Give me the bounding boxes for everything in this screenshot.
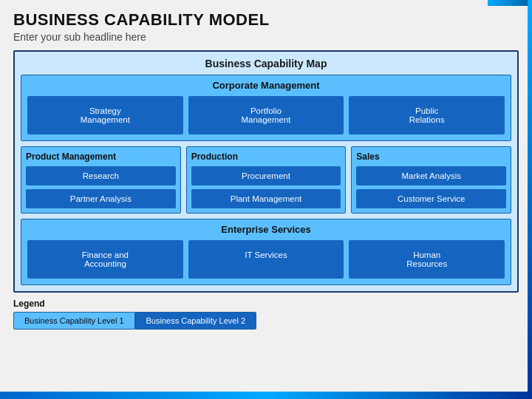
capability-item-finance: Finance andAccounting bbox=[27, 240, 183, 279]
capability-item-research: Research bbox=[26, 166, 176, 185]
enterprise-grid: Finance andAccounting IT Services HumanR… bbox=[27, 240, 505, 279]
middle-row: Product Management Research Partner Anal… bbox=[21, 146, 511, 214]
legend-level-1: Business Capability Level 1 bbox=[13, 312, 135, 330]
capability-item-procurement: Procurement bbox=[191, 166, 341, 185]
capability-item-human-resources: HumanResources bbox=[349, 240, 505, 279]
product-management-title: Product Management bbox=[26, 151, 176, 162]
product-management-col: Product Management Research Partner Anal… bbox=[21, 146, 181, 214]
page: BUSINESS CAPABILITY MODEL Enter your sub… bbox=[0, 0, 532, 399]
capability-item-portfolio: PortfolioManagement bbox=[188, 96, 344, 134]
header: BUSINESS CAPABILITY MODEL Enter your sub… bbox=[0, 0, 532, 47]
capability-item-market-analysis: Market Analysis bbox=[356, 166, 506, 185]
right-accent bbox=[528, 0, 532, 399]
legend: Legend Business Capability Level 1 Busin… bbox=[13, 299, 519, 330]
sub-title: Enter your sub headline here bbox=[13, 31, 519, 43]
legend-level-2: Business Capability Level 2 bbox=[135, 312, 257, 330]
main-title: BUSINESS CAPABILITY MODEL bbox=[13, 10, 519, 30]
corporate-grid: StrategyManagement PortfolioManagement P… bbox=[27, 96, 505, 134]
sales-title: Sales bbox=[356, 151, 506, 162]
enterprise-title: Enterprise Services bbox=[27, 224, 505, 235]
corporate-title: Corporate Management bbox=[27, 80, 505, 91]
legend-items: Business Capability Level 1 Business Cap… bbox=[13, 312, 519, 330]
legend-title: Legend bbox=[13, 299, 519, 309]
capability-item-it-services: IT Services bbox=[188, 240, 344, 279]
production-title: Production bbox=[191, 151, 341, 162]
capability-item-public-relations: PublicRelations bbox=[349, 96, 505, 134]
top-accent bbox=[488, 0, 532, 6]
capability-item-strategy: StrategyManagement bbox=[27, 96, 183, 134]
capability-item-partner-analysis: Partner Analysis bbox=[26, 189, 176, 208]
enterprise-section: Enterprise Services Finance andAccountin… bbox=[21, 219, 511, 285]
sales-col: Sales Market Analysis Customer Service bbox=[351, 146, 511, 214]
production-col: Production Procurement Plant Management bbox=[186, 146, 347, 214]
capability-item-plant-management: Plant Management bbox=[191, 189, 341, 208]
diagram-container: Business Capability Map Corporate Manage… bbox=[13, 50, 519, 293]
bottom-accent bbox=[0, 392, 532, 399]
map-title: Business Capability Map bbox=[21, 58, 511, 69]
capability-item-customer-service: Customer Service bbox=[356, 189, 506, 208]
corporate-section: Corporate Management StrategyManagement … bbox=[21, 75, 511, 141]
